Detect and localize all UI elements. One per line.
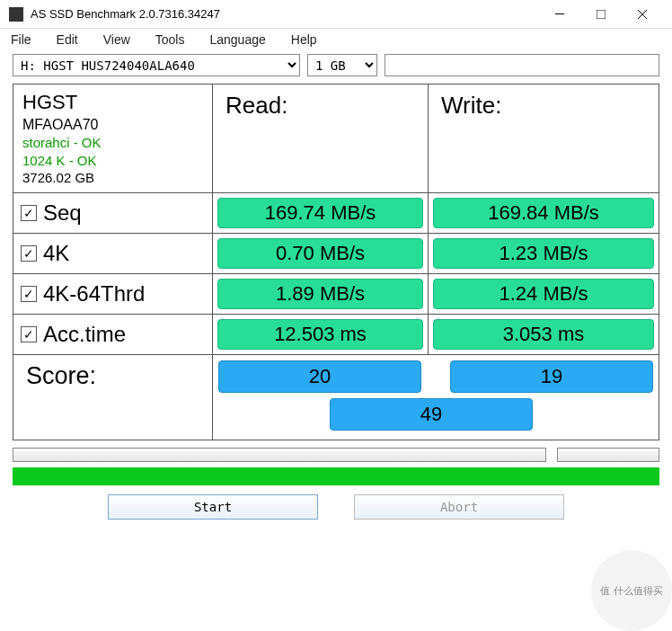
size-select[interactable]: 1 GB (307, 54, 377, 76)
drive-select[interactable]: H: HGST HUS724040ALA640 (13, 54, 300, 76)
minimize-button[interactable] (539, 1, 580, 28)
4k64-checkbox[interactable]: ✓ (21, 286, 37, 302)
start-button[interactable]: Start (108, 494, 318, 520)
score-label: Score: (13, 355, 213, 440)
progress-sub (557, 448, 659, 462)
acc-checkbox[interactable]: ✓ (21, 326, 37, 342)
score-write: 19 (450, 360, 653, 393)
seq-read: 169.74 MB/s (217, 198, 423, 228)
filter-input[interactable] (385, 54, 659, 76)
4k-write: 1.23 MB/s (433, 238, 654, 269)
abort-button: Abort (354, 494, 564, 520)
4k64-read: 1.89 MB/s (217, 279, 423, 309)
4k64-label: 4K-64Thrd (43, 281, 145, 307)
menu-language[interactable]: Language (209, 32, 265, 47)
results-grid: HGST MFAOAA70 storahci - OK 1024 K - OK … (13, 84, 659, 440)
app-icon (9, 7, 23, 22)
4k-label: 4K (43, 241, 69, 266)
window-title: AS SSD Benchmark 2.0.7316.34247 (31, 7, 539, 21)
progress-total (13, 467, 659, 485)
seq-write: 169.84 MB/s (433, 198, 654, 228)
progress-main (13, 448, 546, 462)
menu-tools[interactable]: Tools (155, 32, 185, 47)
svg-rect-0 (555, 13, 564, 14)
svg-rect-1 (597, 10, 606, 19)
close-button[interactable] (622, 1, 663, 28)
score-read: 20 (218, 360, 421, 393)
seq-label: Seq (43, 200, 82, 226)
seq-checkbox[interactable]: ✓ (21, 205, 37, 221)
acc-read: 12.503 ms (217, 319, 423, 350)
4k-read: 0.70 MB/s (217, 238, 423, 269)
header-write: Write: (429, 84, 659, 192)
4k64-write: 1.24 MB/s (433, 279, 654, 309)
menu-edit[interactable]: Edit (57, 32, 78, 47)
acc-label: Acc.time (43, 322, 126, 347)
menu-view[interactable]: View (103, 32, 130, 47)
menubar: File Edit View Tools Language Help (0, 29, 672, 50)
menu-file[interactable]: File (11, 32, 31, 47)
device-info: HGST MFAOAA70 storahci - OK 1024 K - OK … (13, 84, 213, 192)
header-read: Read: (213, 84, 429, 192)
acc-write: 3.053 ms (433, 319, 654, 350)
watermark: 值 什么值得买 (591, 550, 672, 631)
score-total: 49 (330, 398, 533, 431)
maximize-button[interactable] (580, 1, 622, 28)
menu-help[interactable]: Help (291, 32, 317, 47)
4k-checkbox[interactable]: ✓ (21, 245, 37, 262)
